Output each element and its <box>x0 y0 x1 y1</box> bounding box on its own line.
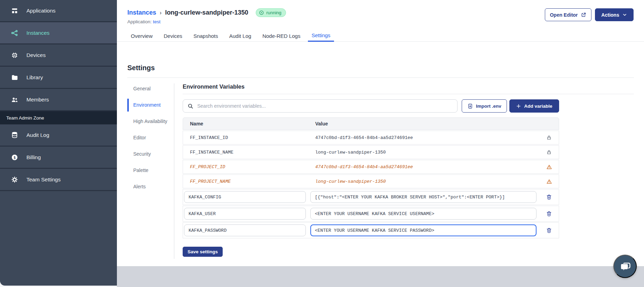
table-row: FF_INSTANCE_ID 4747c0bd-d1f3-4654-84b4-a… <box>183 131 559 145</box>
lock-icon <box>546 149 552 155</box>
instance-name: long-curlew-sandpiper-1350 <box>165 9 248 16</box>
sidebar-item-audit-log[interactable]: Audit Log <box>0 124 117 147</box>
environment-variables-table: Name Value FF_INSTANCE_ID 4747c0bd-d1f3-… <box>183 117 559 238</box>
sidebar-item-library[interactable]: Library <box>0 67 117 89</box>
sidebar-item-team-settings[interactable]: Team Settings <box>0 169 117 191</box>
tab-snapshots[interactable]: Snapshots <box>190 30 222 42</box>
subnav-security[interactable]: Security <box>133 151 169 157</box>
env-var-value: 4747c0bd-d1f3-4654-84b4-aa5d274691ee <box>308 135 539 140</box>
sidebar-item-applications[interactable]: Applications <box>0 0 117 22</box>
trash-icon <box>546 227 552 233</box>
members-icon <box>10 96 19 104</box>
library-icon <box>10 73 19 82</box>
applications-icon <box>10 7 19 15</box>
environment-divider <box>183 94 634 94</box>
settings-page-title: Settings <box>127 64 155 72</box>
tab-settings[interactable]: Settings <box>308 30 334 42</box>
add-variable-label: Add variable <box>524 104 552 109</box>
billing-icon: $ <box>10 153 19 162</box>
actions-label: Actions <box>601 12 619 18</box>
subnav-general[interactable]: General <box>133 85 169 92</box>
table-row <box>183 222 559 238</box>
tab-devices[interactable]: Devices <box>160 30 186 42</box>
env-var-name: FF_PROJECT_ID <box>183 164 308 170</box>
table-row <box>183 189 559 205</box>
subnav-palette[interactable]: Palette <box>133 167 169 174</box>
application-line: Application: test <box>127 19 160 24</box>
table-header: Name Value <box>183 117 559 130</box>
team-settings-icon <box>10 175 19 184</box>
sidebar-section-team-admin-zone: Team Admin Zone <box>0 111 117 124</box>
sidebar-item-label: Library <box>26 74 43 81</box>
env-var-value-input[interactable] <box>310 224 536 236</box>
env-var-name-input[interactable] <box>184 191 306 203</box>
document-download-icon <box>467 103 473 109</box>
environment-variables-title: Environment Variables <box>183 83 245 90</box>
import-env-button[interactable]: Import .env <box>462 99 507 113</box>
lock-icon <box>546 135 552 140</box>
subnav-environment[interactable]: Environment <box>133 102 169 108</box>
warning-icon <box>546 179 552 184</box>
sidebar-item-label: Billing <box>26 154 41 161</box>
env-var-value-input[interactable] <box>310 191 536 203</box>
chat-widget-button[interactable] <box>613 255 637 278</box>
subnav-divider <box>174 83 174 259</box>
open-editor-button[interactable]: Open Editor <box>545 8 591 21</box>
import-env-label: Import .env <box>476 104 501 109</box>
instances-icon <box>10 29 19 37</box>
breadcrumb-separator: › <box>160 10 161 16</box>
tab-overview[interactable]: Overview <box>127 30 156 42</box>
add-variable-button[interactable]: Add variable <box>509 99 559 113</box>
settings-subnav: General Environment High Availability Ed… <box>127 85 169 200</box>
chat-bubbles-icon <box>619 260 631 273</box>
env-var-name-input[interactable] <box>184 224 306 236</box>
env-var-name: FF_INSTANCE_NAME <box>183 150 308 155</box>
instance-tabs: Overview Devices Snapshots Audit Log Nod… <box>117 30 644 42</box>
breadcrumb-instances-link[interactable]: Instances <box>127 9 156 16</box>
devices-icon <box>10 51 19 59</box>
env-var-name: FF_PROJECT_NAME <box>183 179 308 184</box>
delete-variable-button[interactable] <box>546 194 552 200</box>
table-row: FF_PROJECT_NAME long-curlew-sandpiper-13… <box>183 174 559 188</box>
trash-icon <box>546 194 552 200</box>
sidebar-item-label: Applications <box>26 8 56 14</box>
env-var-value-input[interactable] <box>310 208 536 220</box>
table-row <box>183 206 559 222</box>
env-var-value: long-curlew-sandpiper-1350 <box>308 179 539 184</box>
actions-button[interactable]: Actions <box>595 8 634 21</box>
sidebar-item-members[interactable]: Members <box>0 89 117 111</box>
status-badge: running <box>256 8 286 17</box>
sidebar-item-billing[interactable]: $ Billing <box>0 147 117 169</box>
env-var-value: long-curlew-sandpiper-1350 <box>308 150 539 155</box>
main-content: Instances › long-curlew-sandpiper-1350 r… <box>117 0 644 266</box>
subnav-alerts[interactable]: Alerts <box>133 183 169 190</box>
delete-variable-button[interactable] <box>546 227 552 233</box>
open-editor-label: Open Editor <box>550 12 578 18</box>
sidebar-item-devices[interactable]: Devices <box>0 44 117 67</box>
external-link-icon <box>581 12 587 18</box>
tab-node-red-logs[interactable]: Node-RED Logs <box>259 30 304 42</box>
settings-divider <box>127 77 634 78</box>
environment-toolbar: Import .env Add variable <box>183 99 559 113</box>
delete-variable-button[interactable] <box>546 211 552 217</box>
sidebar-item-label: Members <box>26 97 49 103</box>
sidebar-item-instances[interactable]: Instances <box>0 22 117 44</box>
env-var-value: 4747c0bd-d1f3-4654-84b4-aa5d274691ee <box>308 164 539 170</box>
table-row: FF_PROJECT_ID 4747c0bd-d1f3-4654-84b4-aa… <box>183 160 559 174</box>
column-header-value: Value <box>308 121 539 126</box>
search-input[interactable] <box>197 103 453 109</box>
sidebar-item-label: Team Settings <box>26 177 61 183</box>
app-root: Applications Instances Devices Library M… <box>0 0 644 287</box>
tab-audit-log[interactable]: Audit Log <box>226 30 255 42</box>
env-var-name-input[interactable] <box>184 208 306 220</box>
plus-icon <box>516 104 521 109</box>
env-var-name: FF_INSTANCE_ID <box>183 135 308 140</box>
sidebar-item-label: Audit Log <box>26 132 49 138</box>
application-link[interactable]: test <box>153 19 161 24</box>
chevron-down-icon <box>622 12 627 17</box>
application-label: Application: <box>127 19 152 24</box>
subnav-editor[interactable]: Editor <box>133 134 169 141</box>
save-settings-button[interactable]: Save settings <box>183 247 223 257</box>
search-icon <box>187 103 194 109</box>
subnav-high-availability[interactable]: High Availability <box>133 118 169 125</box>
